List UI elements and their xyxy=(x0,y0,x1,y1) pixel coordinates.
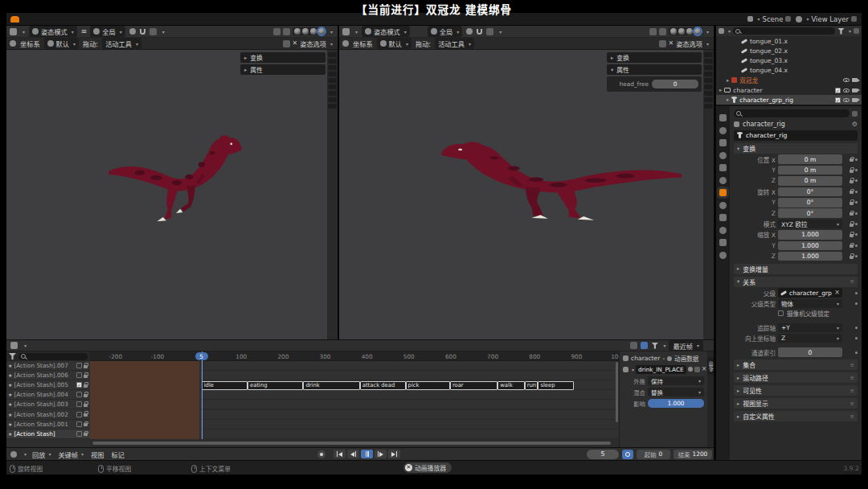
timeline-menu[interactable]: 标记 xyxy=(111,450,124,459)
animate-dot-icon[interactable] xyxy=(855,255,858,257)
viewport-left-canvas[interactable]: ▸变换 ▸属性 xyxy=(6,50,338,339)
sidebar-tab[interactable] xyxy=(328,65,337,70)
track-enable-checkbox[interactable] xyxy=(76,412,82,417)
nla-track-row[interactable]: ★[Action Stash].003 xyxy=(6,400,90,409)
shading-rendered-icon[interactable] xyxy=(318,28,325,35)
breadcrumb-object[interactable]: character xyxy=(631,355,660,362)
props-tab-material[interactable] xyxy=(719,252,727,259)
next-keyframe-button[interactable] xyxy=(375,450,387,458)
transform-value-field[interactable]: 0 m xyxy=(778,154,842,164)
shading-rendered-icon[interactable] xyxy=(694,28,701,35)
lock-icon[interactable] xyxy=(850,234,854,237)
strip-property-select[interactable]: 保持▾ xyxy=(648,376,704,385)
sidebar-tab[interactable] xyxy=(328,72,337,76)
lock-icon[interactable] xyxy=(84,365,88,368)
pose-options-label[interactable]: 姿态选项 xyxy=(300,39,326,48)
checkbox-icon[interactable] xyxy=(778,310,784,316)
transform-value-field[interactable]: 0° xyxy=(778,208,842,218)
outliner-row[interactable]: tongue_01.x xyxy=(716,36,862,46)
outliner-row[interactable]: tongue_04.x xyxy=(716,66,862,76)
lock-icon[interactable] xyxy=(850,191,854,194)
eye-icon[interactable] xyxy=(843,78,850,82)
nla-track-row[interactable]: ★[Action Stash].005✓ xyxy=(6,380,90,390)
transform-value-field[interactable]: 0 m xyxy=(778,176,842,186)
filter-icon[interactable] xyxy=(837,28,845,35)
animate-dot-icon[interactable] xyxy=(855,233,858,236)
animate-dot-icon[interactable] xyxy=(855,302,858,305)
eye-icon[interactable] xyxy=(843,88,850,92)
mode-select[interactable]: 姿态模式 ▾ xyxy=(29,26,77,37)
editor-type-icon[interactable] xyxy=(342,28,350,35)
outliner-row[interactable]: ▸character_grp_rig✓ xyxy=(716,95,862,105)
channel-search-input[interactable] xyxy=(18,353,88,360)
track-enable-checkbox[interactable] xyxy=(76,363,82,368)
lock-icon[interactable] xyxy=(84,384,88,388)
clear-parent-icon[interactable]: × xyxy=(834,290,840,296)
snap-magnet-icon[interactable] xyxy=(477,29,482,35)
props-tab-view-layer[interactable] xyxy=(719,139,727,146)
camera-icon[interactable] xyxy=(852,78,858,82)
jump-to-start-button[interactable] xyxy=(334,450,346,458)
camera-icon[interactable] xyxy=(852,98,858,102)
stop-playback-icon[interactable]: ✕ xyxy=(405,464,412,471)
animate-dot-icon[interactable] xyxy=(855,327,858,329)
sidebar-tab[interactable] xyxy=(704,59,713,64)
transform-value-field[interactable]: XYZ 欧拉▾ xyxy=(778,220,842,229)
preset-select[interactable]: 默认 ▾ xyxy=(44,38,79,49)
preset-select[interactable]: 默认 ▾ xyxy=(377,38,411,49)
track-enable-checkbox[interactable] xyxy=(76,392,82,397)
sidebar-tab[interactable] xyxy=(704,52,713,57)
relations-section-header[interactable]: ▾ 关系 ≡ xyxy=(734,277,858,287)
filter-icon[interactable] xyxy=(9,353,16,360)
options-icon[interactable] xyxy=(852,111,858,117)
current-frame-field[interactable]: 5 xyxy=(587,450,619,459)
snapping-options-icon[interactable] xyxy=(486,28,493,35)
nla-track-row[interactable]: ★[Action Stash] xyxy=(6,429,90,439)
props-tab-collection[interactable] xyxy=(719,177,727,184)
lock-icon[interactable] xyxy=(850,170,854,173)
nla-strip[interactable]: eating xyxy=(248,381,303,390)
playhead-frame-badge[interactable]: 5 xyxy=(195,352,208,360)
sidebar-tab[interactable] xyxy=(704,97,713,102)
props-tab-render[interactable] xyxy=(719,114,727,121)
nla-strip[interactable]: walk xyxy=(497,381,524,390)
workspace-tab[interactable] xyxy=(161,23,172,26)
shading-material-icon[interactable] xyxy=(310,28,317,35)
track-enable-checkbox[interactable] xyxy=(76,401,82,407)
track-enable-checkbox[interactable] xyxy=(76,372,82,378)
drag-select[interactable]: 活动工具 ▾ xyxy=(102,38,141,49)
animate-dot-icon[interactable] xyxy=(855,351,858,354)
overlays-icon[interactable] xyxy=(283,28,290,35)
checkbox-icon[interactable]: ✓ xyxy=(835,97,841,103)
tool-icon[interactable] xyxy=(342,40,349,47)
transform-orientation-select[interactable]: 全局 ▾ xyxy=(428,26,462,37)
breadcrumb-data[interactable]: 动画数据 xyxy=(674,354,698,363)
vertical-scrollbar[interactable] xyxy=(616,362,619,422)
props-tab-output[interactable] xyxy=(719,127,727,134)
tool-icon[interactable] xyxy=(10,40,16,47)
collapsed-section-header[interactable]: ▸ 运动路径 ≡ xyxy=(734,372,858,383)
outliner-row[interactable]: tongue_02.x xyxy=(716,46,862,55)
new-view-layer-icon[interactable] xyxy=(851,16,857,22)
dinosaur-model-left[interactable] xyxy=(107,130,272,232)
frame-end-field[interactable]: 结束1200 xyxy=(674,450,712,459)
collapsed-section-header[interactable]: ▸ 自定义属性 ≡ xyxy=(734,411,858,421)
animate-dot-icon[interactable] xyxy=(855,292,858,294)
shading-solid-icon[interactable] xyxy=(302,28,309,35)
parent-type-select[interactable]: 物体▾ xyxy=(778,299,842,309)
x-mirror-icon[interactable]: ✕ xyxy=(669,40,674,47)
nla-strip[interactable]: idle xyxy=(202,381,248,390)
lock-icon[interactable] xyxy=(84,423,88,426)
strip-name-field[interactable]: drink_IN_PLACE xyxy=(636,365,686,374)
record-button[interactable] xyxy=(317,450,326,458)
sidebar-tab[interactable] xyxy=(704,65,713,70)
sidebar-tab[interactable] xyxy=(328,78,337,83)
overlays-icon[interactable] xyxy=(659,28,666,35)
lock-icon[interactable] xyxy=(850,180,854,183)
jump-to-end-button[interactable] xyxy=(388,450,400,458)
npanel-properties-header[interactable]: ▸属性 xyxy=(240,64,326,75)
head-free-slider[interactable]: 0 xyxy=(652,80,698,88)
sidebar-tab[interactable] xyxy=(328,104,337,109)
props-tab-modifiers[interactable] xyxy=(719,202,727,209)
shading-wireframe-icon[interactable] xyxy=(294,28,301,35)
